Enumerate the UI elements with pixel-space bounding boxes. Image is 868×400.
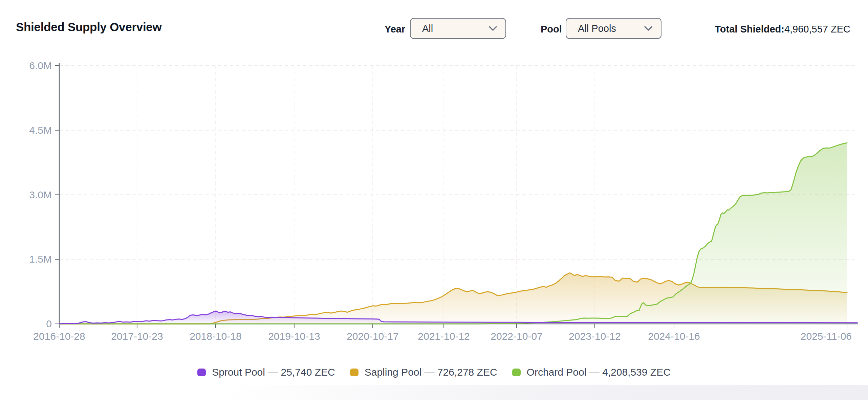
shielded-supply-panel: Shielded Supply Overview Year All Pool A… [0, 0, 868, 400]
y-tick-label: 1.5M [29, 253, 52, 265]
x-tick-label: 2024-10-16 [648, 331, 700, 342]
legend-item-sprout[interactable]: Sprout Pool — 25,740 ZEC [197, 366, 335, 378]
x-tick-label: 2017-10-23 [111, 331, 163, 342]
legend-label-sapling: Sapling Pool — 726,278 ZEC [365, 366, 497, 378]
x-tick-label: 2016-10-28 [33, 331, 85, 342]
legend-item-sapling[interactable]: Sapling Pool — 726,278 ZEC [350, 366, 497, 378]
y-tick-label: 0 [46, 318, 52, 329]
x-tick-label: 2021-10-12 [418, 331, 470, 342]
legend-label-sprout: Sprout Pool — 25,740 ZEC [212, 366, 335, 378]
legend-label-orchard: Orchard Pool — 4,208,539 ZEC [527, 366, 671, 378]
next-card-top-edge [146, 385, 868, 400]
legend-item-orchard[interactable]: Orchard Pool — 4,208,539 ZEC [512, 366, 671, 378]
orchard-swatch-icon [512, 369, 521, 376]
chart-legend: Sprout Pool — 25,740 ZEC Sapling Pool — … [0, 365, 868, 379]
sapling-swatch-icon [350, 369, 359, 376]
y-tick-label: 3.0M [29, 189, 52, 200]
x-tick-label: 2022-10-07 [491, 331, 542, 342]
x-tick-label: 2023-10-12 [569, 331, 621, 342]
x-tick-label: 2019-10-13 [268, 331, 320, 342]
x-tick-label: 2018-10-18 [190, 331, 241, 342]
chart-canvas[interactable]: 6.0M4.5M3.0M1.5M02016-10-282017-10-23201… [0, 0, 868, 400]
y-tick-label: 4.5M [29, 125, 52, 136]
x-tick-label: 2025-11-06 [801, 331, 852, 342]
x-tick-label: 2020-10-17 [347, 331, 398, 342]
supply-chart-svg: 6.0M4.5M3.0M1.5M02016-10-282017-10-23201… [0, 0, 868, 400]
sprout-swatch-icon [197, 369, 206, 376]
y-tick-label: 6.0M [29, 60, 52, 71]
